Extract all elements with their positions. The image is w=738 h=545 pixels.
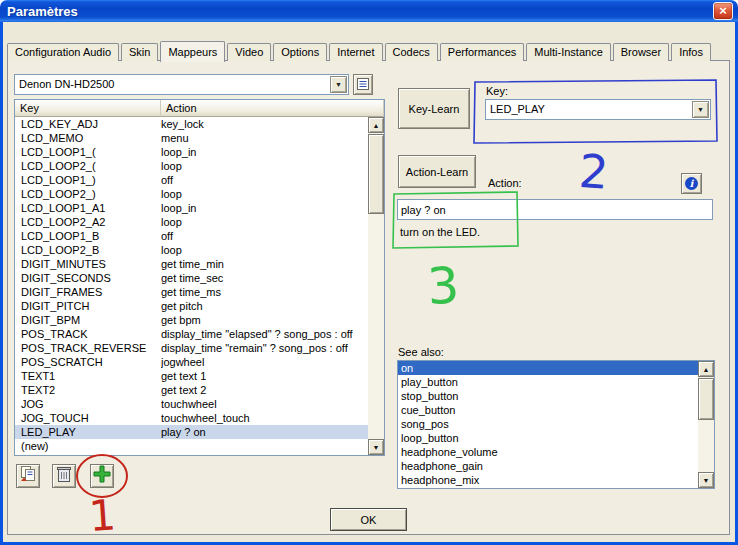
see-also-item[interactable]: cue_button <box>398 403 698 417</box>
column-header-key[interactable]: Key <box>15 100 161 117</box>
see-also-item[interactable]: loop_button <box>398 431 698 445</box>
mapper-row[interactable]: LCD_LOOP1_A1loop_in <box>15 201 368 215</box>
tab-mappeurs[interactable]: Mappeurs <box>160 41 225 62</box>
key-cell: LCD_LOOP1_A1 <box>15 201 161 215</box>
see-also-item[interactable]: stop_button <box>398 389 698 403</box>
mapper-row[interactable]: JOG_TOUCHtouchwheel_touch <box>15 411 368 425</box>
key-cell: JOG <box>15 397 161 411</box>
see-also-list: onplay_buttonstop_buttoncue_buttonsong_p… <box>397 360 715 489</box>
see-also-item[interactable]: play_button <box>398 375 698 389</box>
action-cell: loop_in <box>161 145 368 159</box>
mapper-table-body: LCD_KEY_ADJkey_lockLCD_MEMOmenuLCD_LOOP1… <box>15 117 368 455</box>
mapper-row[interactable]: LCD_LOOP2_A2loop <box>15 215 368 229</box>
add-mapping-button[interactable] <box>90 464 114 488</box>
key-cell: DIGIT_MINUTES <box>15 257 161 271</box>
key-cell: JOG_TOUCH <box>15 411 161 425</box>
mapper-row[interactable]: LCD_LOOP2_(loop <box>15 159 368 173</box>
see-also-item[interactable]: on <box>398 361 698 375</box>
key-cell: LCD_LOOP1_( <box>15 145 161 159</box>
tab-performances[interactable]: Performances <box>440 43 524 61</box>
mapper-row[interactable]: DIGIT_SECONDSget time_sec <box>15 271 368 285</box>
key-learn-button[interactable]: Key-Learn <box>398 88 470 129</box>
key-select-value: LED_PLAY <box>490 103 690 115</box>
action-cell: touchwheel_touch <box>161 411 368 425</box>
see-also-scrollbar[interactable]: ▲ ▼ <box>698 361 714 488</box>
scroll-down-icon[interactable]: ▼ <box>698 472 714 488</box>
device-select[interactable]: Denon DN-HD2500 ▼ <box>14 74 349 95</box>
key-cell: DIGIT_SECONDS <box>15 271 161 285</box>
key-cell: LCD_LOOP2_) <box>15 187 161 201</box>
tab-browser[interactable]: Browser <box>613 43 669 61</box>
mapper-row[interactable]: DIGIT_PITCHget pitch <box>15 299 368 313</box>
mapper-row[interactable]: DIGIT_BPMget bpm <box>15 313 368 327</box>
action-cell: get bpm <box>161 313 368 327</box>
scroll-down-icon[interactable]: ▼ <box>368 439 384 455</box>
mapper-row[interactable]: (new) <box>15 439 368 453</box>
scroll-up-icon[interactable]: ▲ <box>368 117 384 133</box>
copy-mapper-icon <box>19 465 37 487</box>
settings-window: Paramètres × Configuration AudioSkinMapp… <box>0 0 738 545</box>
mapper-row[interactable]: LCD_LOOP1_)off <box>15 173 368 187</box>
list-icon <box>356 77 370 93</box>
tab-video[interactable]: Video <box>227 43 271 61</box>
action-input[interactable] <box>397 199 713 220</box>
mapper-list-button[interactable] <box>353 74 373 95</box>
action-cell: display_time "remain" ? song_pos : off <box>161 341 368 355</box>
mapper-row[interactable]: POS_SCRATCHjogwheel <box>15 355 368 369</box>
action-label: Action: <box>488 177 522 189</box>
see-also-scrollbar-thumb[interactable] <box>698 378 714 420</box>
chevron-down-icon[interactable]: ▼ <box>330 76 347 93</box>
key-select[interactable]: LED_PLAY ▼ <box>485 99 711 120</box>
tab-codecs[interactable]: Codecs <box>385 43 438 61</box>
mapper-row[interactable]: JOGtouchwheel <box>15 397 368 411</box>
mapper-row[interactable]: LCD_LOOP2_)loop <box>15 187 368 201</box>
mapper-row[interactable]: LCD_LOOP2_Bloop <box>15 243 368 257</box>
see-also-item[interactable]: headphone_gain <box>398 459 698 473</box>
copy-mapper-button[interactable] <box>16 464 40 488</box>
title-bar[interactable]: Paramètres × <box>0 0 738 22</box>
action-cell: display_time "elapsed" ? song_pos : off <box>161 327 368 341</box>
action-cell: off <box>161 229 368 243</box>
dialog-body: Configuration AudioSkinMappeursVideoOpti… <box>0 22 738 545</box>
mapper-row[interactable]: LCD_LOOP1_Boff <box>15 229 368 243</box>
close-button[interactable]: × <box>713 2 733 20</box>
action-info-button[interactable]: i <box>681 173 702 194</box>
mapper-row[interactable]: LCD_KEY_ADJkey_lock <box>15 117 368 131</box>
chevron-down-icon[interactable]: ▼ <box>692 101 709 118</box>
mapper-row[interactable]: LED_PLAYplay ? on <box>15 425 368 439</box>
key-cell: POS_SCRATCH <box>15 355 161 369</box>
mapper-row[interactable]: DIGIT_MINUTESget time_min <box>15 257 368 271</box>
key-cell: LCD_KEY_ADJ <box>15 117 161 131</box>
table-header: Key Action <box>15 100 384 117</box>
see-also-item[interactable]: song_pos <box>398 417 698 431</box>
key-cell: LED_PLAY <box>15 425 161 439</box>
key-cell: TEXT2 <box>15 383 161 397</box>
table-scrollbar[interactable]: ▲ ▼ <box>368 117 384 455</box>
mapper-row[interactable]: DIGIT_FRAMESget time_ms <box>15 285 368 299</box>
delete-mapping-button[interactable] <box>52 464 76 488</box>
mapper-row[interactable]: TEXT1get text 1 <box>15 369 368 383</box>
scroll-up-icon[interactable]: ▲ <box>698 361 714 377</box>
action-cell: loop <box>161 215 368 229</box>
tab-internet[interactable]: Internet <box>329 43 382 61</box>
tab-options[interactable]: Options <box>273 43 327 61</box>
table-scrollbar-thumb[interactable] <box>368 134 384 214</box>
column-header-action[interactable]: Action <box>161 100 384 117</box>
mapper-row[interactable]: POS_TRACKdisplay_time "elapsed" ? song_p… <box>15 327 368 341</box>
mapper-row[interactable]: LCD_MEMOmenu <box>15 131 368 145</box>
see-also-item[interactable]: headphone_mix <box>398 473 698 487</box>
key-cell: POS_TRACK <box>15 327 161 341</box>
tab-infos[interactable]: Infos <box>671 43 711 61</box>
key-cell: TEXT1 <box>15 369 161 383</box>
see-also-item[interactable]: headphone_volume <box>398 445 698 459</box>
tab-skin[interactable]: Skin <box>121 43 158 61</box>
ok-button[interactable]: OK <box>330 508 407 531</box>
key-cell: DIGIT_PITCH <box>15 299 161 313</box>
tab-multi-instance[interactable]: Multi-Instance <box>526 43 610 61</box>
mapper-row[interactable]: POS_TRACK_REVERSEdisplay_time "remain" ?… <box>15 341 368 355</box>
action-cell: off <box>161 173 368 187</box>
mapper-row[interactable]: TEXT2get text 2 <box>15 383 368 397</box>
action-learn-button[interactable]: Action-Learn <box>398 155 476 188</box>
tab-configuration-audio[interactable]: Configuration Audio <box>7 43 119 61</box>
mapper-row[interactable]: LCD_LOOP1_(loop_in <box>15 145 368 159</box>
